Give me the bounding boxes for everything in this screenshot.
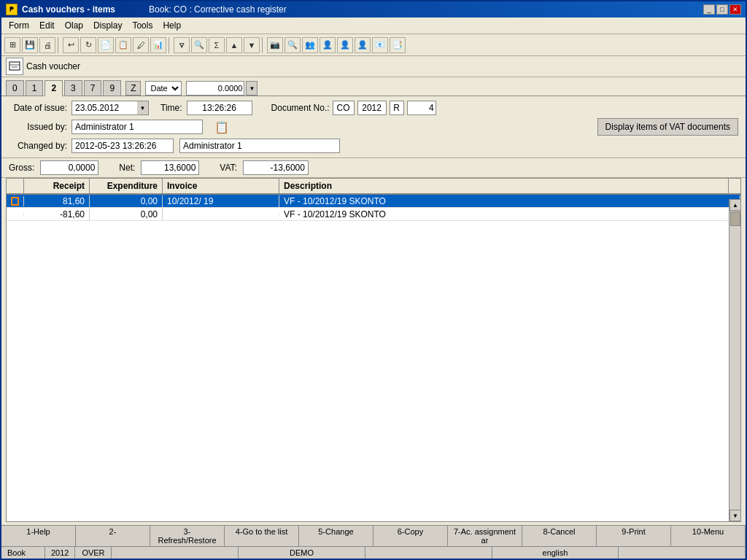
toolbar-email-btn[interactable]: 📧 — [372, 37, 388, 53]
toolbar-print-btn[interactable]: 🖨 — [39, 37, 55, 53]
toolbar-grid-btn[interactable]: ⊞ — [4, 37, 20, 53]
copy-doc-icon[interactable]: 📋 — [214, 120, 229, 134]
date-input[interactable] — [71, 101, 137, 115]
issued-input[interactable] — [71, 120, 203, 134]
toolbar-sum-btn[interactable]: Σ — [209, 37, 225, 53]
fkey-4[interactable]: 4-Go to the list — [225, 526, 299, 546]
toolbar-new-btn[interactable]: 📄 — [98, 37, 114, 53]
net-value[interactable] — [141, 160, 199, 175]
fkey-8[interactable]: 8-Cancel — [522, 526, 597, 546]
status-empty3 — [619, 547, 746, 559]
menu-olap[interactable]: Olap — [61, 19, 88, 32]
menu-help[interactable]: Help — [158, 19, 185, 32]
status-year: 2012 — [45, 547, 75, 559]
status-empty2 — [365, 547, 492, 559]
toolbar-user3-btn[interactable]: 👤 — [355, 37, 371, 53]
fkey-7[interactable]: 7-Ac. assignment ar — [448, 526, 522, 546]
date-calendar-icon[interactable]: ▼ — [137, 101, 149, 115]
amount-input[interactable] — [186, 81, 244, 96]
doc-num-input[interactable] — [407, 101, 436, 115]
scroll-track[interactable] — [729, 211, 740, 510]
th-invoice: Invoice — [163, 179, 279, 193]
main-window: ₱ Cash vouchers - items Book: CO : Corre… — [0, 0, 747, 560]
row-checkbox-icon — [11, 197, 19, 206]
td-expenditure-1: 0,00 — [90, 195, 163, 207]
net-label: Net: — [119, 163, 135, 173]
cash-voucher-label: Cash voucher — [26, 61, 80, 71]
toolbar-edit-btn[interactable]: 🖊 — [133, 37, 149, 53]
date-dropdown[interactable]: Date — [145, 81, 182, 96]
tab-z[interactable]: Z — [125, 81, 141, 96]
time-input[interactable] — [187, 101, 252, 115]
toolbar-filter-btn[interactable]: ⛛ — [174, 37, 190, 53]
toolbar-chart-btn[interactable]: 📊 — [150, 37, 166, 53]
minimize-button[interactable]: _ — [703, 4, 715, 15]
status-empty1 — [112, 547, 239, 559]
vat-value[interactable] — [243, 160, 309, 175]
fkey-1[interactable]: 1-Help — [1, 526, 76, 546]
toolbar-users-btn[interactable]: 👥 — [302, 37, 318, 53]
toolbar-down-btn[interactable]: ▼ — [244, 37, 260, 53]
bottom-status-bar: Book 2012 OVER DEMO english — [1, 546, 746, 559]
cash-voucher-icon — [6, 58, 23, 75]
tab-0[interactable]: 0 — [6, 80, 24, 96]
amount-dropdown-arrow[interactable]: ▼ — [246, 81, 258, 96]
menu-form[interactable]: Form — [4, 19, 34, 32]
close-button[interactable]: ✕ — [729, 4, 741, 15]
fkey-3[interactable]: 3-Refresh/Restore — [150, 526, 225, 546]
toolbar-search-btn[interactable]: 🔍 — [285, 37, 301, 53]
doc-co-input[interactable] — [333, 101, 355, 115]
toolbar-up-btn[interactable]: ▲ — [226, 37, 242, 53]
toolbar-refresh-btn[interactable]: ↻ — [80, 37, 96, 53]
menu-edit[interactable]: Edit — [35, 19, 59, 32]
tab-3[interactable]: 3 — [64, 80, 82, 96]
scroll-thumb[interactable] — [730, 211, 740, 226]
menu-tools[interactable]: Tools — [128, 19, 157, 32]
fkey-5[interactable]: 5-Change — [299, 526, 374, 546]
toolbar-save-btn[interactable]: 💾 — [22, 37, 38, 53]
totals-row: Gross: Net: VAT: — [1, 158, 746, 178]
vat-label: VAT: — [220, 163, 237, 173]
toolbar-camera-btn[interactable]: 📷 — [267, 37, 283, 53]
fkey-9[interactable]: 9-Print — [597, 526, 671, 546]
toolbar-copy-btn[interactable]: 📋 — [115, 37, 131, 53]
menu-display[interactable]: Display — [89, 19, 126, 32]
changed-date-input[interactable] — [71, 139, 174, 153]
td-checkbox-1[interactable] — [7, 196, 24, 206]
tab-2[interactable]: 2 — [44, 80, 63, 96]
fkey-2[interactable]: 2- — [76, 526, 150, 546]
restore-button[interactable]: □ — [716, 4, 728, 15]
tab-9[interactable]: 9 — [103, 80, 121, 96]
td-checkbox-2[interactable] — [7, 214, 24, 215]
form-area: Date of issue: ▼ Time: Document No.: Iss… — [1, 96, 746, 158]
td-description-1: VF - 10/2012/19 SKONTO — [279, 195, 740, 207]
fkey-10[interactable]: 10-Menu — [671, 526, 746, 546]
scroll-down-btn[interactable]: ▼ — [729, 510, 741, 521]
sub-toolbar: Cash voucher — [1, 56, 746, 77]
toolbar-undo-btn[interactable]: ↩ — [63, 37, 79, 53]
doc-no-label: Document No.: — [271, 103, 330, 113]
function-keys-bar: 1-Help 2- 3-Refresh/Restore 4-Go to the … — [1, 525, 746, 546]
table-row[interactable]: -81,60 0,00 VF - 10/2012/19 SKONTO — [7, 208, 740, 221]
toolbar-user2-btn[interactable]: 👤 — [337, 37, 353, 53]
svg-rect-0 — [9, 62, 20, 70]
fkey-6[interactable]: 6-Copy — [374, 526, 448, 546]
changed-by-input[interactable] — [179, 139, 340, 153]
table-row[interactable]: 81,60 0,00 10/2012/ 19 VF - 10/2012/19 S… — [7, 195, 740, 208]
td-expenditure-2: 0,00 — [90, 209, 163, 220]
toolbar-doc-btn[interactable]: 📑 — [390, 37, 406, 53]
doc-year-input[interactable] — [357, 101, 387, 115]
toolbar-clear-filter-btn[interactable]: 🔍 — [191, 37, 207, 53]
tab-7[interactable]: 7 — [84, 80, 102, 96]
toolbar-user-btn[interactable]: 👤 — [320, 37, 336, 53]
vat-display-button[interactable]: Display items of VAT documents — [597, 118, 738, 136]
tab-bar: 0 1 2 3 7 9 Z Date ▼ — [1, 77, 746, 96]
gross-value[interactable] — [40, 160, 98, 175]
date-input-wrap: ▼ — [71, 101, 149, 115]
scroll-up-btn[interactable]: ▲ — [729, 199, 741, 211]
doc-r-input[interactable] — [390, 101, 404, 115]
tab-1[interactable]: 1 — [26, 80, 44, 96]
date-label: Date of issue: — [9, 103, 67, 113]
table-header: Receipt Expenditure Invoice Description — [7, 179, 740, 195]
td-receipt-1: 81,60 — [24, 195, 90, 207]
